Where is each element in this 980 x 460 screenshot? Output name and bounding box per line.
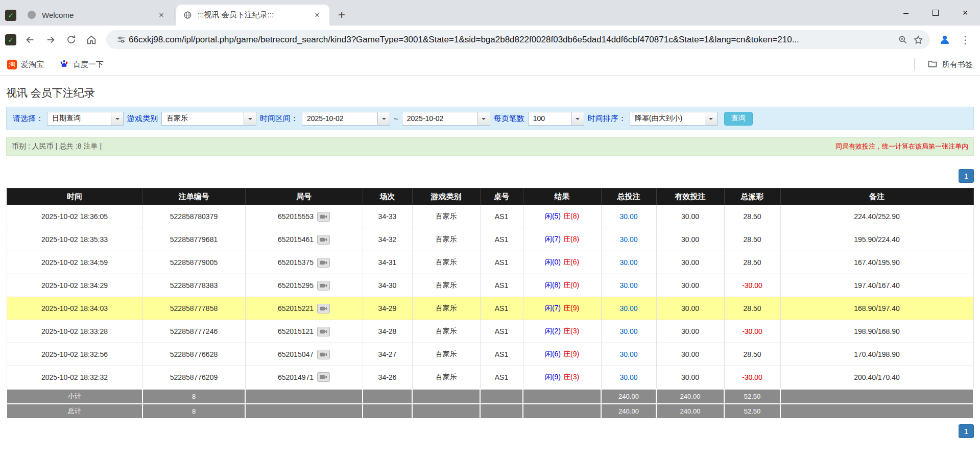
chevron-down-icon[interactable]: [377, 112, 390, 125]
chevron-down-icon[interactable]: [244, 112, 256, 125]
banker-result: 庄(3): [563, 327, 579, 335]
tab-close-icon[interactable]: ×: [312, 10, 322, 20]
video-replay-icon[interactable]: [317, 235, 330, 245]
video-replay-icon[interactable]: [317, 258, 330, 268]
query-button[interactable]: 查询: [724, 112, 753, 126]
pagination-bottom: 1: [6, 424, 974, 438]
chevron-down-icon[interactable]: [705, 112, 717, 125]
url-text[interactable]: 66cxkj98.com/ipl/portal.php/game/betreco…: [129, 35, 895, 45]
overlay-check-badge: ✓: [5, 34, 16, 45]
bookmarks-bar: 淘 爱淘宝 百度一下 所有书签: [0, 54, 980, 76]
total-bet-link[interactable]: 30.00: [619, 212, 637, 221]
all-bookmarks[interactable]: 所有书签: [914, 58, 973, 70]
banker-result: 庄(8): [563, 235, 579, 243]
total-bet-link[interactable]: 30.00: [619, 373, 637, 381]
query-type-select[interactable]: 日期查询: [47, 112, 124, 126]
table-row: 2025-10-02 18:34:59 522858779005 6520153…: [7, 251, 973, 274]
filter-bar: 请选择： 日期查询 游戏类别 百家乐 时间区间： 2025-10-02 ~ 20…: [6, 107, 974, 130]
total-bet-link[interactable]: 30.00: [619, 304, 637, 312]
video-replay-icon[interactable]: [317, 372, 330, 382]
page-number-button[interactable]: 1: [959, 424, 974, 438]
navigation-bar: ✓: [0, 26, 980, 54]
col-time: 时间: [7, 188, 142, 205]
video-replay-icon[interactable]: [317, 281, 330, 290]
folder-icon: [927, 59, 938, 70]
tab-close-icon[interactable]: ×: [156, 10, 166, 20]
menu-kebab-icon[interactable]: ⋮: [955, 30, 975, 50]
player-result: 闲(2): [545, 327, 561, 335]
bookmark-star-icon[interactable]: [911, 32, 926, 47]
player-result: 闲(8): [545, 281, 561, 289]
banker-result: 庄(8): [563, 212, 579, 220]
video-replay-icon[interactable]: [317, 212, 330, 222]
col-payout: 总派彩: [724, 188, 780, 205]
page-content: 视讯 会员下注纪录 请选择： 日期查询 游戏类别 百家乐 时间区间： 2025-…: [0, 86, 980, 438]
overlay-check-badge: ✓: [5, 10, 16, 21]
refresh-button[interactable]: [61, 30, 81, 50]
tab-bar: ✓ Welcome × :::视讯 会员下注纪录::: × + – ×: [0, 0, 980, 26]
site-info-icon[interactable]: [113, 32, 129, 47]
date-range-tilde: ~: [394, 114, 398, 123]
page-number-button[interactable]: 1: [959, 169, 974, 183]
maximize-button[interactable]: [921, 0, 950, 26]
close-button[interactable]: ×: [950, 0, 980, 26]
choose-label: 请选择：: [13, 114, 43, 124]
date-from-select[interactable]: 2025-10-02: [302, 112, 390, 126]
chevron-down-icon[interactable]: [111, 112, 123, 125]
chevron-down-icon[interactable]: [477, 112, 490, 125]
subtotal-row: 小计 8 240.00 240.00 52.50: [7, 389, 973, 404]
bookmarks-divider: [914, 58, 915, 70]
date-to-select[interactable]: 2025-10-02: [402, 112, 490, 126]
col-valid-bet: 有效投注: [656, 188, 724, 205]
bookmark-taobao[interactable]: 淘 爱淘宝: [7, 60, 44, 69]
total-bet-link[interactable]: 30.00: [619, 350, 637, 358]
total-bet-link[interactable]: 30.00: [619, 327, 637, 335]
pagination-top: 1: [6, 169, 974, 183]
player-result: 闲(9): [545, 373, 561, 381]
valid-bet-note: 同局有效投注，统一计算在该局第一张注单内: [835, 142, 968, 151]
home-button[interactable]: [82, 30, 101, 50]
bookmark-baidu[interactable]: 百度一下: [59, 59, 104, 70]
minimize-button[interactable]: –: [891, 0, 921, 26]
profile-icon[interactable]: [935, 30, 954, 50]
col-game: 游戏类别: [412, 188, 480, 205]
tab-title: Welcome: [42, 11, 152, 19]
back-button[interactable]: [20, 30, 40, 50]
tab-separator: [175, 9, 175, 20]
tab-welcome[interactable]: Welcome ×: [20, 5, 174, 26]
total-bet-link[interactable]: 30.00: [619, 235, 637, 244]
col-bet-no: 注单编号: [142, 188, 245, 205]
table-row: 2025-10-02 18:32:56 522858776628 6520150…: [7, 343, 973, 366]
chevron-down-icon[interactable]: [571, 112, 584, 125]
forward-button[interactable]: [41, 30, 60, 50]
sort-select[interactable]: 降幂(由大到小): [630, 112, 718, 126]
bookmark-label: 爱淘宝: [21, 60, 44, 69]
page-title: 视讯 会员下注纪录: [6, 86, 974, 100]
negative-payout: -30.00: [724, 274, 780, 297]
window-controls: – ×: [891, 0, 980, 26]
col-result: 结果: [523, 188, 601, 205]
new-tab-button[interactable]: +: [333, 7, 350, 23]
banker-result: 庄(0): [563, 281, 579, 289]
browser-window: ✓ Welcome × :::视讯 会员下注纪录::: × + – × ✓: [0, 0, 980, 76]
tab-betrecord[interactable]: :::视讯 会员下注纪录::: ×: [176, 5, 329, 26]
date-range-label: 时间区间：: [260, 114, 298, 124]
game-type-select[interactable]: 百家乐: [161, 112, 256, 126]
total-bet-link[interactable]: 30.00: [619, 281, 637, 289]
col-table: 桌号: [480, 188, 523, 205]
player-result: 闲(7): [545, 304, 561, 312]
player-result: 闲(5): [545, 212, 561, 220]
table-row: 2025-10-02 18:35:33 522858779681 6520154…: [7, 228, 973, 251]
video-replay-icon[interactable]: [317, 350, 330, 359]
address-bar[interactable]: 66cxkj98.com/ipl/portal.php/game/betreco…: [106, 30, 930, 49]
total-bet-link[interactable]: 30.00: [619, 258, 637, 267]
negative-payout: -30.00: [724, 320, 780, 343]
per-page-select[interactable]: 100: [528, 112, 584, 126]
zoom-icon[interactable]: [895, 32, 911, 47]
video-replay-icon[interactable]: [317, 327, 330, 336]
col-session: 场次: [363, 188, 412, 205]
video-replay-icon[interactable]: [317, 304, 330, 313]
player-result: 闲(6): [545, 350, 561, 358]
taobao-icon: 淘: [7, 60, 17, 69]
table-row-highlighted: 2025-10-02 18:34:03 522858777858 6520152…: [7, 297, 973, 320]
